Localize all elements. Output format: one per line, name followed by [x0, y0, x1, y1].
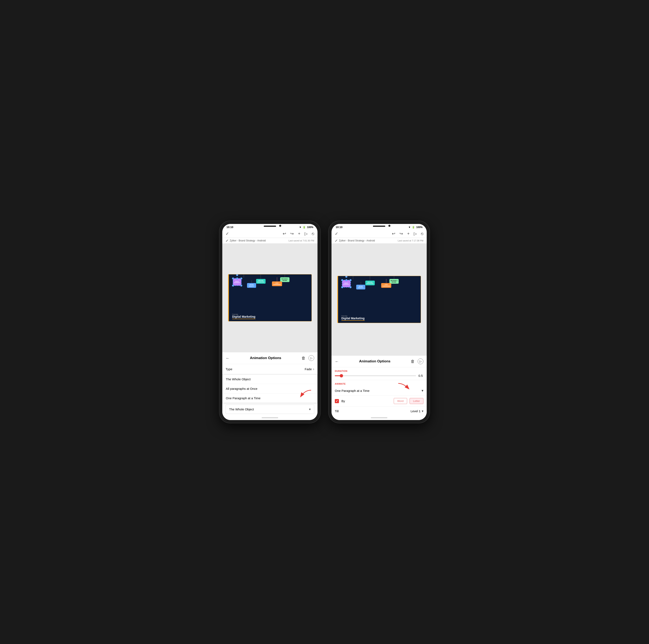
till-label: Till — [335, 410, 339, 413]
battery-icon-right: 🔋 — [412, 226, 415, 229]
toolbar-right: ✓ ↩ ↪ + ▷ ⎋ — [332, 229, 427, 238]
bottom-panel-right: ← Animation Options 🗑 ▷ DURATION 0.5 — [332, 355, 427, 420]
back-icon-right[interactable]: ← — [335, 359, 339, 364]
last-saved-right: Last saved at 7:17:38 PM — [398, 240, 423, 242]
selection-handles-right: BUILDSTRATEGY — [342, 280, 351, 288]
home-indicator-right — [332, 416, 427, 420]
toolbar-icons-right: ↩ ↪ + ▷ ⎋ — [392, 231, 423, 236]
duration-label: DURATION — [332, 367, 427, 373]
dropdown-whole-object-left[interactable]: The Whole Object ▾ — [226, 404, 314, 414]
pencil-icon-left — [226, 239, 228, 242]
last-saved-left: Last saved at 7:01:30 PM — [289, 240, 314, 242]
by-row: ✓ By Word Letter — [332, 395, 427, 407]
menu-item-all-paragraphs[interactable]: All paragraphs at Once — [222, 384, 317, 393]
panel-icons-right-left: 🗑 ▷ — [301, 355, 314, 361]
share-icon-right[interactable]: ⎋ — [421, 231, 423, 236]
slide-content-right: BUILDSTRATEGY INBOUNDMARKETING MEASURE &… — [338, 276, 421, 323]
type-row-left: Type Fade › — [222, 364, 317, 374]
duration-row: 0.5 — [332, 373, 427, 380]
word-button[interactable]: Word — [394, 398, 407, 404]
type-label-left: Type — [226, 367, 232, 371]
toolbar-left: ✓ ↩ ↪ + ▷ ⎋ — [222, 229, 317, 238]
by-checkbox[interactable]: ✓ — [335, 399, 339, 403]
file-name-right: Zylker - Brand Strategy - Android — [335, 239, 375, 242]
animate-dropdown-text: One Paragraph at a Time — [335, 389, 370, 392]
pencil-icon-right — [335, 239, 338, 242]
battery-icon: 🔋 — [303, 226, 306, 229]
animate-arrow: ▾ — [422, 388, 423, 393]
file-bar-right: Zylker - Brand Strategy - Android Last s… — [332, 238, 427, 244]
phone-left: 10:10 ▼ 🔋 100% ✓ ↩ ↪ + ▷ ⎋ — [219, 221, 320, 423]
wifi-icon: ▼ — [299, 226, 301, 229]
toolbar-icons-left: ↩ ↪ + ▷ ⎋ — [283, 231, 314, 236]
home-bar-right — [371, 417, 387, 418]
battery-percent-left: 100% — [307, 226, 313, 229]
redo-icon-left[interactable]: ↪ — [290, 231, 294, 236]
undo-icon-left[interactable]: ↩ — [283, 231, 286, 236]
panel-header-right: ← Animation Options 🗑 ▷ — [332, 355, 427, 367]
slide-right: BUILDSTRATEGY INBOUNDMARKETING MEASURE &… — [337, 276, 421, 323]
letter-button[interactable]: Letter — [409, 398, 423, 404]
play-circle-icon-left[interactable]: ▷ — [308, 355, 314, 361]
delete-icon-right[interactable]: 🗑 — [410, 359, 415, 364]
delete-icon-left[interactable]: 🗑 — [301, 356, 306, 360]
bottom-panel-left: ← Animation Options 🗑 ▷ Type Fade › — [222, 352, 317, 420]
home-indicator-left — [222, 416, 317, 420]
till-value[interactable]: Level 1 ▾ — [410, 409, 423, 413]
file-bar-left: Zylker - Brand Strategy - Android Last s… — [222, 238, 317, 244]
slide-area-left: BUILDSTRATEGY INBOUNDMARKETING MEA — [222, 244, 317, 352]
slide-content-left: BUILDSTRATEGY INBOUNDMARKETING MEA — [229, 274, 312, 321]
undo-icon-right[interactable]: ↩ — [392, 231, 395, 236]
wifi-icon-right: ▼ — [408, 226, 410, 229]
phone-right: 10:10 ▼ 🔋 100% ✓ ↩ ↪ + ▷ ⎋ — [329, 221, 430, 423]
animate-dropdown-row[interactable]: One Paragraph at a Time — [332, 386, 427, 395]
play-icon-left[interactable]: ▷ — [305, 231, 308, 236]
file-name-left: Zylker - Brand Strategy - Android — [226, 239, 266, 242]
by-label: By — [341, 399, 391, 403]
add-icon-right[interactable]: + — [407, 231, 409, 236]
slide-title-right: Overview Digital Marketing — [341, 315, 365, 321]
play-icon-right[interactable]: ▷ — [414, 231, 417, 236]
dropdown-label-left: The Whole Object — [229, 407, 254, 411]
till-row: Till Level 1 ▾ — [332, 407, 427, 416]
check-icon-right[interactable]: ✓ — [335, 231, 338, 236]
check-icon-left[interactable]: ✓ — [226, 231, 229, 236]
menu-item-whole-object[interactable]: The Whole Object — [222, 375, 317, 384]
phone-wrapper: 10:10 ▼ 🔋 100% ✓ ↩ ↪ + ▷ ⎋ — [219, 221, 430, 423]
status-icons-left: ▼ 🔋 100% — [299, 226, 313, 229]
slide-left: BUILDSTRATEGY INBOUNDMARKETING MEA — [228, 274, 312, 321]
dropdown-arrow-left: ▾ — [309, 407, 311, 411]
status-icons-right: ▼ 🔋 100% — [408, 226, 423, 229]
panel-title-left: Animation Options — [230, 356, 301, 360]
selection-handles-left: BUILDSTRATEGY — [232, 278, 242, 286]
panel-icons-right-right: 🗑 ▷ — [410, 358, 423, 364]
duration-slider[interactable] — [335, 375, 416, 376]
share-icon-left[interactable]: ⎋ — [312, 231, 314, 236]
play-circle-icon-right[interactable]: ▷ — [418, 358, 423, 364]
back-icon-left[interactable]: ← — [226, 356, 230, 360]
redo-icon-right[interactable]: ↪ — [399, 231, 403, 236]
home-bar-left — [262, 417, 278, 418]
duration-value: 0.5 — [419, 374, 423, 377]
panel-header-left: ← Animation Options 🗑 ▷ — [222, 352, 317, 364]
battery-percent-right: 100% — [416, 226, 423, 229]
type-value-left[interactable]: Fade › — [305, 367, 314, 371]
slide-title-left: Overview Digital Marketing — [232, 313, 256, 319]
time-right: 10:10 — [336, 226, 342, 229]
slide-area-right: BUILDSTRATEGY INBOUNDMARKETING MEASURE &… — [332, 244, 427, 355]
time-left: 10:10 — [226, 226, 233, 229]
arrow-svg-right — [397, 382, 414, 393]
add-icon-left[interactable]: + — [298, 231, 300, 236]
menu-item-one-paragraph[interactable]: One Paragraph at a Time — [222, 393, 317, 403]
panel-title-right: Animation Options — [339, 359, 410, 363]
